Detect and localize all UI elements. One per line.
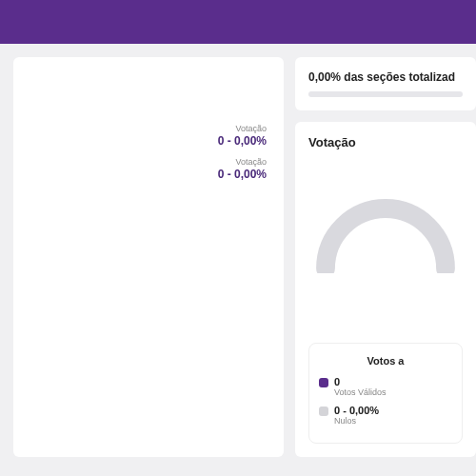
main-content: Votação 0 - 0,00% Votação 0 - 0,00% 0,00… [0,44,476,470]
legend-value: 0 [334,376,387,387]
header-bar [0,0,476,44]
legend-item-validos: 0 Votos Válidos [319,376,452,397]
vote-row: Votação 0 - 0,00% [218,124,267,148]
vote-label: Votação [218,157,267,167]
legend-card: Votos a 0 Votos Válidos 0 - 0,00% Nulos [308,343,463,444]
legend-value: 0 - 0,00% [334,405,379,416]
legend-title: Votos a [319,355,452,367]
vote-value: 0 - 0,00% [218,168,267,181]
legend-item-nulos: 0 - 0,00% Nulos [319,405,452,426]
results-panel: Votação 0 - 0,00% Votação 0 - 0,00% [13,57,284,457]
vote-value: 0 - 0,00% [218,134,267,148]
square-icon [319,378,328,387]
votacao-title: Votação [308,135,463,149]
vote-label: Votação [218,124,267,133]
progress-bar [308,91,463,97]
sections-card: 0,00% das seções totalizad [295,57,476,110]
vote-rows: Votação 0 - 0,00% Votação 0 - 0,00% [218,124,267,190]
gauge-chart [308,159,463,273]
right-panel: 0,00% das seções totalizad Votação Votos… [295,57,476,457]
sections-title: 0,00% das seções totalizad [308,70,463,84]
square-icon [319,407,328,416]
vote-row: Votação 0 - 0,00% [218,157,267,181]
legend-sub: Votos Válidos [334,387,387,397]
legend-sub: Nulos [334,416,379,426]
votacao-card: Votação Votos a 0 Votos Válidos [295,122,476,457]
